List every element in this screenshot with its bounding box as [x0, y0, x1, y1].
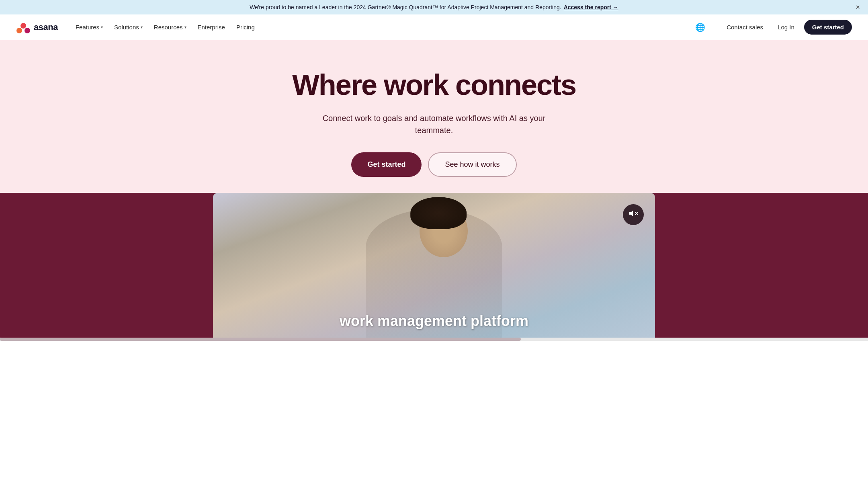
video-section: work management platform — [0, 193, 868, 338]
scrollbar-thumb — [0, 338, 521, 341]
nav-enterprise[interactable]: Enterprise — [193, 20, 230, 34]
asana-logo-icon — [16, 20, 31, 35]
features-chevron-icon: ▾ — [101, 25, 103, 29]
nav-pricing[interactable]: Pricing — [231, 20, 260, 34]
nav-links: Features ▾ Solutions ▾ Resources ▾ Enter… — [71, 20, 692, 34]
nav-divider — [715, 22, 715, 33]
hero-buttons: Get started See how it works — [16, 152, 852, 177]
nav-right: 🌐 Contact sales Log In Get started — [692, 20, 852, 35]
language-selector-button[interactable]: 🌐 — [692, 21, 708, 34]
resources-chevron-icon: ▾ — [184, 25, 186, 29]
announcement-link[interactable]: Access the report → — [564, 4, 618, 10]
hero-see-how-button[interactable]: See how it works — [428, 152, 516, 177]
video-container: work management platform — [213, 193, 655, 338]
logo-text: asana — [34, 22, 58, 33]
scrollbar[interactable] — [0, 338, 868, 341]
mute-icon — [628, 209, 638, 221]
nav-solutions[interactable]: Solutions ▾ — [109, 20, 147, 34]
nav-resources[interactable]: Resources ▾ — [149, 20, 191, 34]
hero-get-started-button[interactable]: Get started — [351, 152, 422, 177]
hero-section: Where work connects Connect work to goal… — [0, 40, 868, 193]
svg-point-2 — [25, 28, 30, 33]
hero-subtitle: Connect work to goals and automate workf… — [321, 112, 547, 136]
get-started-nav-button[interactable]: Get started — [804, 20, 852, 35]
hero-title: Where work connects — [16, 69, 852, 101]
logo[interactable]: asana — [16, 20, 58, 35]
video-mute-button[interactable] — [623, 204, 644, 225]
announcement-close-button[interactable]: × — [856, 4, 860, 11]
solutions-chevron-icon: ▾ — [141, 25, 143, 29]
svg-point-1 — [16, 28, 22, 33]
svg-point-0 — [20, 23, 26, 29]
nav-features[interactable]: Features ▾ — [71, 20, 108, 34]
announcement-text: We're proud to be named a Leader in the … — [250, 4, 561, 10]
login-button[interactable]: Log In — [773, 20, 799, 34]
video-caption: work management platform — [340, 313, 528, 330]
announcement-bar: We're proud to be named a Leader in the … — [0, 0, 868, 14]
globe-icon: 🌐 — [695, 23, 705, 32]
navbar: asana Features ▾ Solutions ▾ Resources ▾… — [0, 14, 868, 40]
speaker-mute-icon — [628, 209, 638, 218]
contact-sales-button[interactable]: Contact sales — [722, 20, 768, 34]
